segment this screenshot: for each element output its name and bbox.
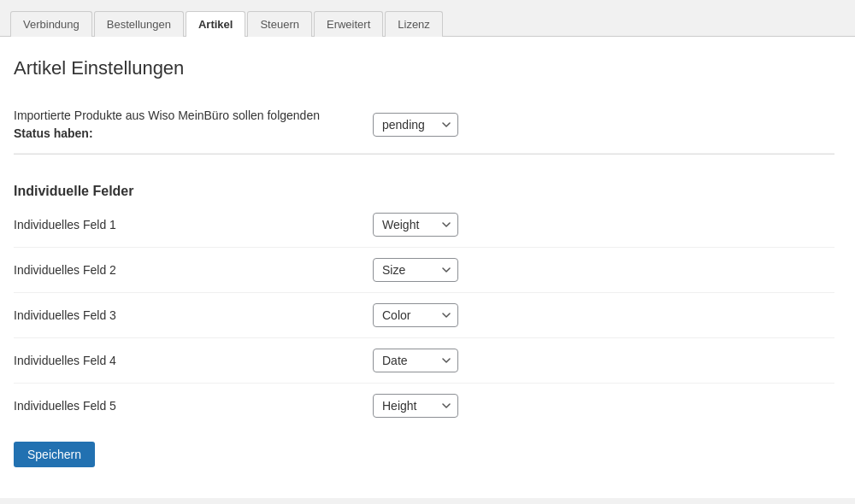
feld-5-control: Weight Size Color Date Height: [373, 394, 458, 418]
feld-4-row: Individuelles Feld 4 Weight Size Color D…: [14, 338, 834, 384]
status-row: Importierte Produkte aus Wiso MeinBüro s…: [14, 97, 834, 154]
feld-3-select[interactable]: Weight Size Color Date Height: [373, 303, 458, 327]
individuelle-felder-heading: Individuelle Felder: [14, 184, 834, 199]
tab-verbindung[interactable]: Verbindung: [10, 11, 92, 37]
page-title: Artikel Einstellungen: [14, 57, 834, 79]
status-select[interactable]: pending draft publish private: [373, 113, 458, 137]
feld-2-label: Individuelles Feld 2: [14, 261, 373, 279]
tabs-bar: Verbindung Bestellungen Artikel Steuern …: [0, 0, 855, 37]
status-label-line1: Importierte Produkte aus Wiso MeinBüro s…: [14, 107, 373, 125]
tab-lizenz[interactable]: Lizenz: [385, 11, 443, 37]
page-container: Verbindung Bestellungen Artikel Steuern …: [0, 0, 855, 504]
feld-4-select[interactable]: Weight Size Color Date Height: [373, 349, 458, 372]
tab-bestellungen[interactable]: Bestellungen: [94, 11, 184, 37]
tab-erweitert[interactable]: Erweitert: [314, 11, 383, 37]
feld-1-select[interactable]: Weight Size Color Date Height: [373, 213, 458, 237]
feld-1-label: Individuelles Feld 1: [14, 216, 373, 234]
feld-5-label: Individuelles Feld 5: [14, 397, 373, 415]
feld-2-row: Individuelles Feld 2 Weight Size Color D…: [14, 248, 834, 293]
feld-1-control: Weight Size Color Date Height: [373, 213, 458, 237]
feld-2-control: Weight Size Color Date Height: [373, 258, 458, 282]
save-button[interactable]: Speichern: [14, 442, 95, 467]
tab-artikel[interactable]: Artikel: [186, 11, 245, 37]
feld-4-control: Weight Size Color Date Height: [373, 349, 458, 372]
feld-3-control: Weight Size Color Date Height: [373, 303, 458, 327]
content-area: Artikel Einstellungen Importierte Produk…: [0, 37, 855, 498]
feld-5-select[interactable]: Weight Size Color Date Height: [373, 394, 458, 418]
feld-3-row: Individuelles Feld 3 Weight Size Color D…: [14, 293, 834, 338]
feld-4-label: Individuelles Feld 4: [14, 352, 373, 370]
status-control: pending draft publish private: [373, 113, 458, 137]
feld-5-row: Individuelles Feld 5 Weight Size Color D…: [14, 384, 834, 428]
tab-steuern[interactable]: Steuern: [247, 11, 312, 37]
status-label-line2: Status haben:: [14, 125, 373, 143]
feld-2-select[interactable]: Weight Size Color Date Height: [373, 258, 458, 282]
feld-3-label: Individuelles Feld 3: [14, 307, 373, 325]
individuelle-felder-section: Individuelle Felder Individuelles Feld 1…: [14, 154, 834, 428]
status-label: Importierte Produkte aus Wiso MeinBüro s…: [14, 107, 373, 143]
feld-1-row: Individuelles Feld 1 Weight Size Color D…: [14, 202, 834, 248]
